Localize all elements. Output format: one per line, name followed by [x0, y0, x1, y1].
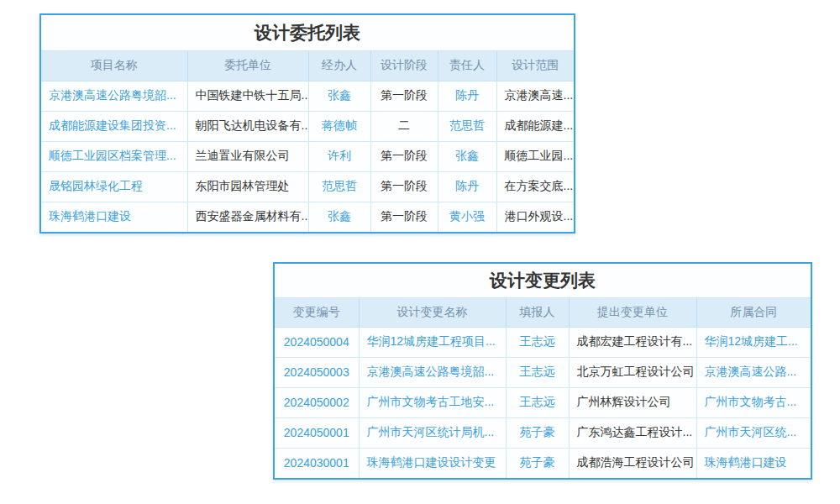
table-row: 2024050003 京港澳高速公路粤境韶... 王志远 北京万虹工程设计公司 … [275, 357, 811, 387]
table-row: 2024050001 广州市天河区统计局机... 苑子豪 广东鸿达鑫工程设计..… [275, 417, 811, 448]
cell-handler-link[interactable]: 张鑫 [308, 202, 370, 232]
cell-proposing-unit: 成都宏建工程设计有... [569, 327, 696, 357]
table-row: 珠海鹤港口建设 西安盛器金属材料有... 张鑫 第一阶段 黄小强 港口外观设..… [41, 202, 574, 232]
cell-responsible-person-link[interactable]: 黄小强 [438, 202, 496, 232]
cell-client-unit: 西安盛器金属材料有... [187, 202, 308, 232]
cell-design-scope: 成都能源建... [496, 111, 574, 141]
cell-change-name-link[interactable]: 广州市天河区统计局机... [359, 417, 506, 448]
cell-design-stage: 第一阶段 [370, 141, 438, 171]
cell-change-name-link[interactable]: 广州市文物考古工地安... [359, 387, 506, 417]
cell-proposing-unit: 北京万虹工程设计公司 [569, 357, 696, 387]
table-row: 成都能源建设集团投资... 朝阳飞达机电设备有... 蒋德帧 二 范思哲 成都能… [41, 111, 574, 141]
cell-responsible-person-link[interactable]: 张鑫 [438, 141, 496, 171]
cell-change-number-link[interactable]: 2024050001 [275, 417, 359, 448]
cell-change-number-link[interactable]: 2024050004 [275, 327, 359, 357]
cell-project-name-link[interactable]: 珠海鹤港口建设 [41, 202, 187, 232]
cell-design-stage: 第一阶段 [370, 81, 438, 111]
cell-change-number-link[interactable]: 2024050003 [275, 357, 359, 387]
cell-client-unit: 中国铁建中铁十五局... [187, 81, 308, 111]
design-commission-table: 项目名称 委托单位 经办人 设计阶段 责任人 设计范围 京港澳高速公路粤境韶..… [41, 51, 574, 232]
cell-handler-link[interactable]: 蒋德帧 [308, 111, 370, 141]
column-header-responsible-person: 责任人 [438, 51, 496, 81]
table-row: 顺德工业园区档案管理... 兰迪置业有限公司 许利 第一阶段 张鑫 顺德工业园.… [41, 141, 574, 171]
cell-project-name-link[interactable]: 顺德工业园区档案管理... [41, 141, 187, 171]
column-header-proposing-unit: 提出变更单位 [569, 298, 696, 327]
column-header-contract: 所属合同 [696, 298, 811, 327]
cell-responsible-person-link[interactable]: 陈丹 [438, 81, 496, 111]
table-row: 晟铭园林绿化工程 东阳市园林管理处 范思哲 第一阶段 陈丹 在方案交底... [41, 171, 574, 202]
cell-change-name-link[interactable]: 华润12城房建工程项目... [359, 327, 506, 357]
column-header-reporter: 填报人 [506, 298, 569, 327]
design-commission-panel: 设计委托列表 项目名称 委托单位 经办人 设计阶段 责任人 设计范围 京港澳高速… [39, 13, 575, 234]
table-row: 2024050002 广州市文物考古工地安... 王志远 广州林辉设计公司 广州… [275, 387, 811, 417]
cell-design-scope: 在方案交底... [496, 171, 574, 202]
column-header-client-unit: 委托单位 [187, 51, 308, 81]
design-change-panel: 设计变更列表 变更编号 设计变更名称 填报人 提出变更单位 所属合同 20240… [273, 262, 812, 480]
cell-client-unit: 东阳市园林管理处 [187, 171, 308, 202]
cell-contract-link[interactable]: 京港澳高速公路... [696, 357, 811, 387]
cell-responsible-person-link[interactable]: 陈丹 [438, 171, 496, 202]
design-change-table: 变更编号 设计变更名称 填报人 提出变更单位 所属合同 2024050004 华… [275, 298, 811, 478]
cell-client-unit: 兰迪置业有限公司 [187, 141, 308, 171]
cell-project-name-link[interactable]: 晟铭园林绿化工程 [41, 171, 187, 202]
table-row: 2024030001 珠海鹤港口建设设计变更 苑子豪 成都浩海工程设计公司 珠海… [275, 448, 811, 478]
cell-contract-link[interactable]: 广州市天河区统... [696, 417, 811, 448]
cell-contract-link[interactable]: 广州市文物考古... [696, 387, 811, 417]
cell-handler-link[interactable]: 许利 [308, 141, 370, 171]
cell-contract-link[interactable]: 珠海鹤港口建设 [696, 448, 811, 478]
table-row: 2024050004 华润12城房建工程项目... 王志远 成都宏建工程设计有.… [275, 327, 811, 357]
cell-change-name-link[interactable]: 京港澳高速公路粤境韶... [359, 357, 506, 387]
cell-handler-link[interactable]: 张鑫 [308, 81, 370, 111]
cell-responsible-person-link[interactable]: 范思哲 [438, 111, 496, 141]
cell-change-number-link[interactable]: 2024030001 [275, 448, 359, 478]
cell-change-number-link[interactable]: 2024050002 [275, 387, 359, 417]
column-header-change-name: 设计变更名称 [359, 298, 506, 327]
cell-contract-link[interactable]: 华润12城房建工... [696, 327, 811, 357]
cell-design-scope: 顺德工业园... [496, 141, 574, 171]
column-header-project-name: 项目名称 [41, 51, 187, 81]
column-header-change-number: 变更编号 [275, 298, 359, 327]
cell-design-stage: 第一阶段 [370, 202, 438, 232]
cell-handler-link[interactable]: 范思哲 [308, 171, 370, 202]
design-change-title: 设计变更列表 [275, 264, 811, 298]
header-row: 变更编号 设计变更名称 填报人 提出变更单位 所属合同 [275, 298, 811, 327]
cell-proposing-unit: 成都浩海工程设计公司 [569, 448, 696, 478]
cell-proposing-unit: 广东鸿达鑫工程设计... [569, 417, 696, 448]
cell-reporter-link[interactable]: 苑子豪 [506, 448, 569, 478]
cell-reporter-link[interactable]: 王志远 [506, 387, 569, 417]
cell-change-name-link[interactable]: 珠海鹤港口建设设计变更 [359, 448, 506, 478]
cell-design-scope: 京港澳高速... [496, 81, 574, 111]
cell-design-stage: 第一阶段 [370, 171, 438, 202]
design-commission-title: 设计委托列表 [41, 15, 574, 51]
cell-proposing-unit: 广州林辉设计公司 [569, 387, 696, 417]
table-row: 京港澳高速公路粤境韶... 中国铁建中铁十五局... 张鑫 第一阶段 陈丹 京港… [41, 81, 574, 111]
cell-design-stage: 二 [370, 111, 438, 141]
cell-reporter-link[interactable]: 王志远 [506, 327, 569, 357]
column-header-design-scope: 设计范围 [496, 51, 574, 81]
cell-design-scope: 港口外观设... [496, 202, 574, 232]
header-row: 项目名称 委托单位 经办人 设计阶段 责任人 设计范围 [41, 51, 574, 81]
cell-project-name-link[interactable]: 成都能源建设集团投资... [41, 111, 187, 141]
cell-client-unit: 朝阳飞达机电设备有... [187, 111, 308, 141]
column-header-handler: 经办人 [308, 51, 370, 81]
column-header-design-stage: 设计阶段 [370, 51, 438, 81]
cell-reporter-link[interactable]: 王志远 [506, 357, 569, 387]
cell-project-name-link[interactable]: 京港澳高速公路粤境韶... [41, 81, 187, 111]
cell-reporter-link[interactable]: 苑子豪 [506, 417, 569, 448]
